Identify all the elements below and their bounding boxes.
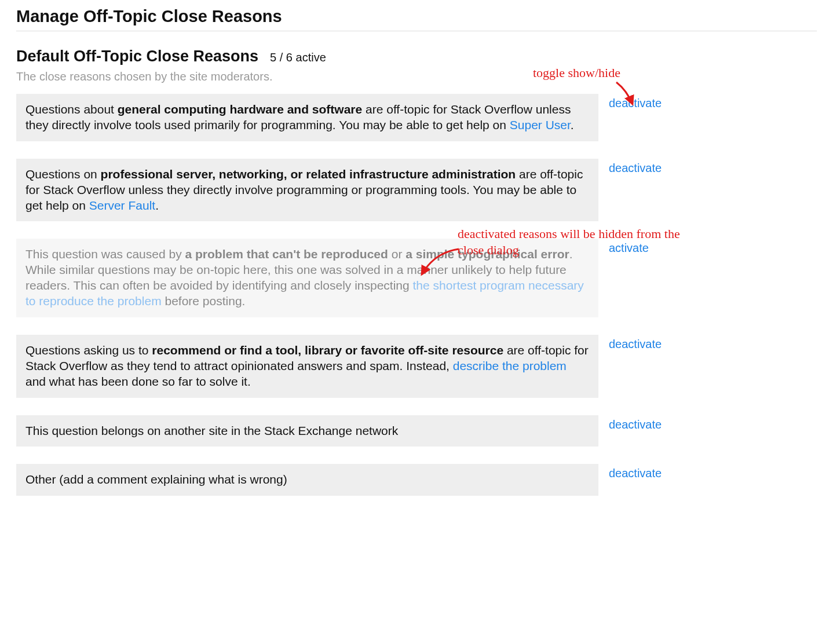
active-count: 5 / 6 active [270, 51, 326, 64]
reason-row: This question belongs on another site in… [16, 415, 817, 447]
section-title: Default Off-Topic Close Reasons [16, 47, 258, 65]
reason-bold: general computing hardware and software [118, 103, 362, 116]
reason-link[interactable]: Super User [510, 118, 571, 131]
reason-bold: professional server, networking, or rela… [101, 167, 516, 181]
reason-box: Questions on professional server, networ… [16, 159, 598, 222]
reason-text: . [571, 118, 574, 131]
reason-text: This question belongs on another site in… [25, 424, 398, 437]
reason-link[interactable]: describe the problem [453, 359, 567, 372]
reason-box: Questions about general computing hardwa… [16, 94, 598, 141]
reason-bold: recommend or find a tool, library or fav… [152, 343, 503, 357]
reason-row: Other (add a comment explaining what is … [16, 464, 817, 496]
title-rule [16, 31, 817, 31]
reason-text: Questions about [25, 103, 118, 116]
deactivate-link[interactable]: deactivate [609, 97, 662, 109]
deactivate-link[interactable]: deactivate [609, 338, 662, 350]
deactivate-link[interactable]: deactivate [609, 162, 662, 174]
reason-box: Questions asking us to recommend or find… [16, 335, 598, 398]
reason-row: This question was caused by a problem th… [16, 239, 817, 317]
reason-row: Questions asking us to recommend or find… [16, 335, 817, 398]
reason-box-inactive: This question was caused by a problem th… [16, 239, 598, 317]
reason-box: This question belongs on another site in… [16, 415, 598, 447]
reason-row: Questions on professional server, networ… [16, 159, 817, 222]
reason-text: and what has been done so far to solve i… [25, 375, 251, 388]
reason-link[interactable]: Server Fault [89, 199, 155, 212]
activate-link[interactable]: activate [609, 241, 649, 254]
reason-text: before posting. [162, 294, 246, 308]
reason-text: This question was caused by [25, 247, 185, 261]
reason-bold: a problem that can't be reproduced [185, 247, 388, 261]
reason-text: Questions on [25, 167, 101, 181]
reason-row: Questions about general computing hardwa… [16, 94, 817, 141]
deactivate-link[interactable]: deactivate [609, 418, 662, 431]
section-subtitle: The close reasons chosen by the site mod… [16, 70, 817, 83]
reason-text: Questions asking us to [25, 343, 152, 357]
reason-box: Other (add a comment explaining what is … [16, 464, 598, 496]
reason-bold: a simple typographical error [405, 247, 569, 261]
reason-text: . [155, 199, 159, 212]
page-title: Manage Off-Topic Close Reasons [16, 7, 817, 26]
reason-text: Other (add a comment explaining what is … [25, 473, 287, 486]
deactivate-link[interactable]: deactivate [609, 467, 662, 480]
reason-text: or [388, 247, 405, 261]
